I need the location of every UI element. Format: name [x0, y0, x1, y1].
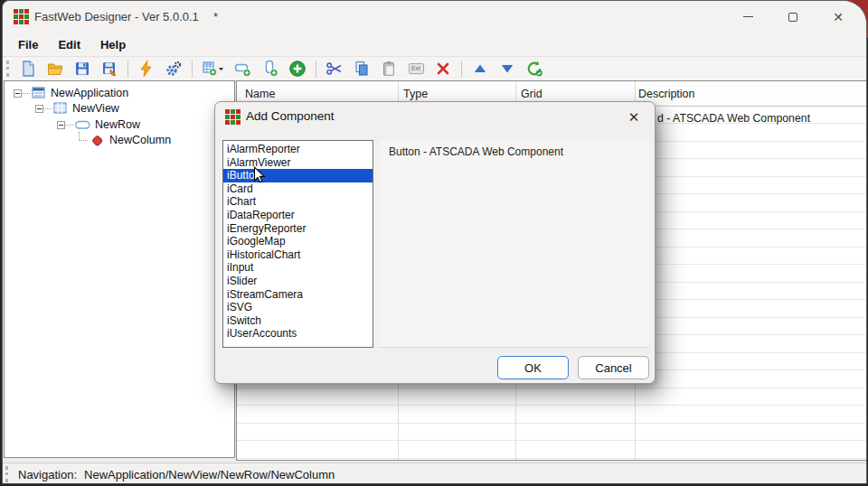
app-logo-icon: [14, 9, 29, 24]
collapse-icon[interactable]: [35, 105, 43, 113]
status-label: Navigation:: [18, 468, 77, 481]
cut-icon: [326, 60, 344, 78]
tree-item-newview[interactable]: NewView: [35, 100, 119, 117]
component-list-item[interactable]: iHistoricalChart: [223, 248, 373, 262]
open-folder-button[interactable]: [44, 58, 66, 79]
add-view-icon: [202, 60, 226, 78]
export-icon: Ext: [409, 63, 424, 74]
component-list-item[interactable]: iDataReporter: [223, 209, 373, 222]
copy-button[interactable]: [351, 58, 373, 79]
new-document-button[interactable]: [17, 58, 39, 79]
statusbar-grip: [5, 466, 9, 482]
view-icon: [53, 102, 68, 115]
dialog-title: Add Component: [246, 102, 335, 131]
tree-item-label: NewRow: [95, 118, 140, 131]
save-all-icon: [100, 60, 118, 78]
gears-icon: [165, 60, 183, 78]
add-component-icon: [288, 60, 307, 78]
run-button[interactable]: [136, 58, 157, 79]
toolbar-separator: [127, 61, 128, 78]
tree-connector: [65, 125, 73, 126]
add-component-button[interactable]: [287, 58, 308, 79]
component-list-item[interactable]: iUserAccounts: [223, 327, 373, 341]
component-list-item[interactable]: iStreamCamera: [223, 288, 373, 302]
window-title: FastWeb Designer - Ver 5.0.0.1: [34, 1, 199, 33]
component-list-item[interactable]: iEnergyReporter: [223, 222, 373, 236]
table-row-description[interactable]: d - ATSCADA Web Component: [657, 112, 810, 125]
delete-button[interactable]: [432, 58, 454, 79]
maximize-button[interactable]: [770, 1, 816, 33]
mouse-cursor-icon: [253, 166, 267, 187]
ok-button[interactable]: OK: [497, 356, 569, 379]
component-list-item[interactable]: iButton: [223, 169, 373, 182]
settings-button[interactable]: [163, 58, 184, 79]
maximize-icon: [788, 13, 797, 22]
add-component-dialog: Add Component ✕ iAlarmReporter iAlarmVie…: [214, 101, 656, 384]
move-down-button[interactable]: [496, 58, 518, 79]
toolbar-separator: [316, 61, 316, 78]
refresh-icon: [525, 60, 543, 78]
minimize-icon: [743, 16, 753, 17]
lightning-icon: [137, 60, 156, 78]
save-button[interactable]: [71, 58, 93, 79]
delete-icon: [434, 60, 452, 78]
close-button[interactable]: ✕: [816, 1, 861, 33]
application-icon: [32, 87, 46, 99]
menu-bar: File Edit Help: [3, 33, 866, 56]
add-row-icon: [234, 60, 252, 78]
save-all-button[interactable]: [99, 58, 120, 79]
screen: FastWeb Designer - Ver 5.0.0.1 * ✕ File …: [0, 0, 868, 486]
toolbar-separator: [192, 61, 193, 78]
move-up-icon: [471, 60, 489, 78]
component-list-item[interactable]: iSwitch: [223, 314, 373, 328]
tree-connector: [79, 132, 88, 141]
add-row-button[interactable]: [232, 58, 254, 79]
component-list-item[interactable]: iAlarmReporter: [223, 143, 373, 156]
title-bar: FastWeb Designer - Ver 5.0.0.1 * ✕: [3, 1, 866, 33]
add-column-button[interactable]: [259, 58, 281, 79]
status-navigation-path: NewApplication/NewView/NewRow/NewColumn: [84, 468, 335, 481]
save-icon: [73, 60, 91, 78]
menu-help[interactable]: Help: [100, 38, 126, 51]
toolbar-separator: [461, 61, 462, 78]
menu-file[interactable]: File: [18, 38, 38, 51]
move-up-button[interactable]: [469, 58, 491, 79]
toolbar-grip: [6, 61, 10, 77]
tree-item-newrow[interactable]: NewRow: [57, 117, 140, 133]
refresh-button[interactable]: [524, 58, 545, 79]
add-view-button[interactable]: [200, 58, 227, 79]
paste-button[interactable]: [378, 58, 400, 79]
new-document-icon: [19, 60, 37, 78]
copy-icon: [353, 60, 371, 78]
collapse-icon[interactable]: [57, 121, 65, 129]
component-list-item[interactable]: iInput: [223, 261, 373, 275]
tree-item-newcolumn[interactable]: NewColumn: [79, 132, 171, 148]
tree-connector: [22, 93, 30, 94]
open-folder-icon: [46, 60, 64, 78]
dialog-title-bar: Add Component ✕: [215, 102, 655, 131]
modified-indicator: *: [213, 1, 218, 33]
window-controls: ✕: [725, 1, 861, 33]
tree-item-label: NewView: [72, 102, 119, 115]
cancel-button[interactable]: Cancel: [578, 356, 649, 379]
paste-icon: [380, 60, 398, 78]
component-listbox[interactable]: iAlarmReporter iAlarmViewer iButton iCar…: [222, 140, 373, 348]
component-list-item[interactable]: iAlarmViewer: [223, 156, 373, 170]
tree-item-newapplication[interactable]: NewApplication: [14, 85, 128, 101]
component-list-item[interactable]: iSVG: [223, 301, 373, 314]
component-list-item[interactable]: iCard: [223, 182, 373, 196]
menu-edit[interactable]: Edit: [58, 38, 80, 51]
minimize-button[interactable]: [725, 1, 770, 33]
collapse-icon[interactable]: [14, 89, 22, 98]
export-button[interactable]: Ext: [405, 58, 427, 79]
dialog-close-button[interactable]: ✕: [624, 107, 644, 127]
component-list-item[interactable]: iGoogleMap: [223, 235, 373, 248]
tree-item-label: NewApplication: [51, 87, 128, 99]
component-description: Button - ATSCADA Web Component: [380, 140, 649, 158]
component-list-item[interactable]: iSlider: [223, 275, 373, 288]
component-list-item[interactable]: iChart: [223, 195, 373, 209]
row-icon: [75, 118, 90, 131]
cut-button[interactable]: [324, 58, 345, 79]
toolbar: Ext: [3, 56, 866, 81]
tree-panel: NewApplication NewView NewRow NewColumn: [4, 80, 235, 458]
